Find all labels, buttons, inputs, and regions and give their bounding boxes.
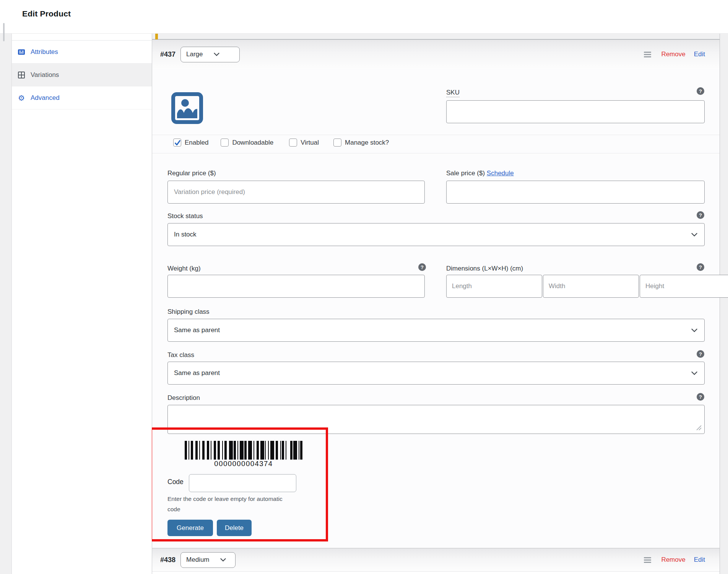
divider [152,135,720,135]
delete-button[interactable]: Delete [217,520,252,536]
downloadable-checkbox[interactable]: Downloadable [221,139,273,147]
dimensions-inputs [446,275,705,298]
chevron-down-icon [220,558,226,562]
stock-status-value: In stock [174,231,197,238]
variation-attribute-value: Medium [186,556,209,564]
code-helper-text: Enter the code or leave empty for automa… [167,494,294,514]
height-input[interactable] [640,275,728,298]
stock-status-help-icon[interactable]: ? [697,211,704,219]
checkbox-box [289,139,297,147]
variation-437-form: SKU ? Enabled Downloadable Virtual Manag… [152,69,720,548]
tax-class-select[interactable]: Same as parent [167,362,705,385]
checkbox-label: Enabled [185,139,208,147]
divider [152,153,720,153]
variation-attribute-value: Large [186,51,203,58]
dimensions-help-icon[interactable]: ? [697,263,704,271]
dimensions-label: Dimensions (L×W×H) (cm) [446,265,523,272]
weight-help-icon[interactable]: ? [418,263,426,271]
weight-label: Weight (kg) [167,265,201,272]
sidebar-item-label: Advanced [31,94,60,102]
sku-label: SKU [446,89,460,96]
variation-id: #438 [160,556,176,564]
attributes-card-icon [18,48,25,56]
sidebar-item-advanced[interactable]: ⚙ Advanced [12,86,152,109]
generate-button[interactable]: Generate [167,520,213,536]
shipping-class-select[interactable]: Same as parent [167,319,705,342]
shipping-class-label: Shipping class [167,308,210,316]
checkbox-box [333,139,341,147]
variation-id: #437 [160,51,176,59]
width-input[interactable] [543,275,639,298]
stock-status-select[interactable]: In stock [167,223,705,246]
sale-price-input[interactable] [446,181,705,204]
barcode-image [185,441,302,460]
product-data-sidebar: Attributes Variations ⚙ Advanced [11,34,152,574]
notice-cutoff [152,34,720,39]
checkbox-box [221,139,229,147]
virtual-checkbox[interactable]: Virtual [289,139,319,147]
tax-class-label: Tax class [167,351,194,359]
sidebar-item-variations[interactable]: Variations [12,64,152,86]
sidebar-item-label: Variations [31,71,59,79]
sale-price-label: Sale price ($) Schedule [446,170,514,177]
tax-class-help-icon[interactable]: ? [697,350,704,358]
edit-variation-link[interactable]: Edit [694,51,705,58]
remove-variation-link[interactable]: Remove [661,556,685,564]
chevron-down-icon [214,52,219,56]
description-label: Description [167,394,200,402]
scrollbar-thumb[interactable] [3,23,5,41]
notice-yellow-bar [155,34,158,39]
drag-handle-icon[interactable] [644,557,651,563]
sku-input[interactable] [446,100,705,123]
page-header: Edit Product [0,0,728,34]
tax-class-value: Same as parent [174,369,220,377]
sidebar-item-attributes[interactable]: Attributes [12,41,152,64]
checkbox-label: Virtual [301,139,319,147]
variations-grid-icon [18,71,25,79]
edit-variation-link[interactable]: Edit [694,556,705,564]
regular-price-input[interactable] [167,181,425,204]
enabled-checkbox[interactable]: Enabled [173,139,208,147]
chevron-down-icon [691,371,697,375]
code-input[interactable] [189,474,296,492]
description-help-icon[interactable]: ? [697,393,704,401]
variation-438-header: #438 Medium Remove Edit [152,548,720,572]
weight-input[interactable] [167,275,425,298]
description-textarea[interactable] [167,405,705,434]
variation-image-placeholder[interactable] [171,92,203,124]
gear-icon: ⚙ [18,94,25,102]
checkbox-label: Downloadable [232,139,273,147]
chevron-down-icon [691,233,697,237]
barcode-value: 0000000004374 [185,460,302,468]
schedule-link[interactable]: Schedule [487,170,514,177]
stock-status-label: Stock status [167,212,203,220]
code-label: Code [167,478,184,486]
variation-attribute-select[interactable]: Medium [180,552,236,568]
sidebar-item-label: Attributes [31,48,58,56]
length-input[interactable] [446,275,542,298]
variation-flags: Enabled Downloadable Virtual Manage stoc… [173,139,389,147]
sidebar-top-border [12,34,152,41]
regular-price-label: Regular price ($) [167,170,216,177]
checkbox-label: Manage stock? [345,139,389,147]
remove-variation-link[interactable]: Remove [661,51,685,58]
variation-437-header: #437 Large Remove Edit [152,39,720,69]
chevron-down-icon [691,328,697,333]
checkbox-box [173,139,181,147]
variations-panel: #437 Large Remove Edit SKU ? [152,34,720,574]
page-title: Edit Product [22,9,71,18]
manage-stock-checkbox[interactable]: Manage stock? [333,139,389,147]
variation-attribute-select[interactable]: Large [180,47,240,62]
sku-help-icon[interactable]: ? [697,87,704,95]
drag-handle-icon[interactable] [644,52,651,57]
shipping-class-value: Same as parent [174,326,220,334]
